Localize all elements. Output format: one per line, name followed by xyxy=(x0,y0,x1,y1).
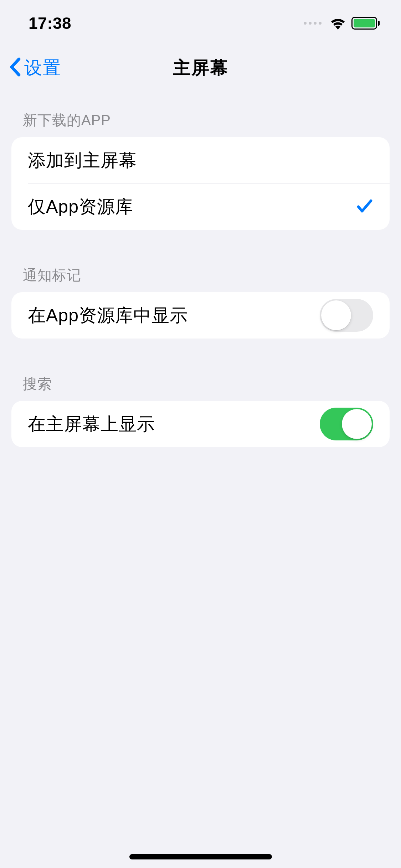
option-app-library-only[interactable]: 仅App资源库 xyxy=(11,184,390,230)
toggle-label: 在主屏幕上显示 xyxy=(28,412,155,436)
group-new-apps: 添加到主屏幕 仅App资源库 xyxy=(11,137,390,230)
checkmark-icon xyxy=(355,197,373,216)
status-time: 17:38 xyxy=(29,14,71,33)
home-indicator[interactable] xyxy=(129,854,272,859)
switch-badges[interactable] xyxy=(320,299,373,332)
back-label: 设置 xyxy=(24,56,61,80)
option-label: 仅App资源库 xyxy=(28,195,133,219)
option-label: 添加到主屏幕 xyxy=(28,149,137,172)
section-header-search: 搜索 xyxy=(11,374,390,401)
toggle-show-on-home: 在主屏幕上显示 xyxy=(11,401,390,447)
status-bar: 17:38 xyxy=(0,0,401,46)
content: 新下载的APP 添加到主屏幕 仅App资源库 通知标记 在App资源库中显示 搜… xyxy=(0,89,401,447)
signal-dots-icon xyxy=(304,22,322,25)
group-badges: 在App资源库中显示 xyxy=(11,292,390,339)
switch-search[interactable] xyxy=(320,408,373,440)
wifi-icon xyxy=(329,15,346,31)
battery-icon xyxy=(351,17,380,30)
option-add-to-home[interactable]: 添加到主屏幕 xyxy=(11,137,390,184)
section-header-new-apps: 新下载的APP xyxy=(11,110,390,137)
navigation-bar: 设置 主屏幕 xyxy=(0,46,401,89)
status-indicators xyxy=(304,15,380,31)
chevron-left-icon xyxy=(9,57,21,78)
toggle-show-in-app-library: 在App资源库中显示 xyxy=(11,292,390,339)
group-search: 在主屏幕上显示 xyxy=(11,401,390,447)
back-button[interactable]: 设置 xyxy=(9,56,61,80)
page-title: 主屏幕 xyxy=(173,56,228,80)
section-header-badges: 通知标记 xyxy=(11,265,390,292)
toggle-label: 在App资源库中显示 xyxy=(28,304,188,327)
